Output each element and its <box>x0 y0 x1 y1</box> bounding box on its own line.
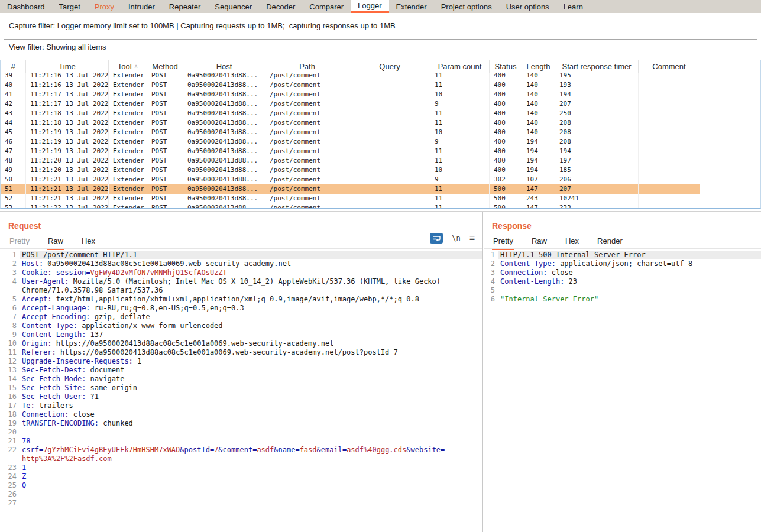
cell-timer: 194 <box>555 90 639 99</box>
request-line-body: Te: trailers <box>20 401 482 410</box>
menu-tab-decoder[interactable]: Decoder <box>259 0 302 13</box>
request-token: https://0a9500020413d88ac08c5c1e001a0069… <box>52 339 334 348</box>
logger-entries-table[interactable]: #TimeTool∧MethodHostPathQueryParam count… <box>0 60 761 209</box>
request-line-text: Te: trailers <box>22 401 446 410</box>
cell-host: 0a9500020413d88... <box>183 128 265 137</box>
column-header-method[interactable]: Method <box>147 60 183 73</box>
cell-length: 140 <box>522 99 555 109</box>
response-editor[interactable]: 1HTTP/1.1 500 Internal Server Error2Cont… <box>484 248 761 532</box>
request-line-number: 26 <box>0 490 20 499</box>
request-line-text <box>22 428 446 437</box>
cell-filler <box>700 194 760 203</box>
table-row-49[interactable]: 4911:21:20 13 Jul 2022ExtenderPOST0a9500… <box>1 166 760 175</box>
cell-query <box>349 175 430 184</box>
table-row-53[interactable]: 5311:21:22 13 Jul 2022ExtenderPOST0a9500… <box>1 203 760 209</box>
request-line-body: Sec-Fetch-Dest: document <box>20 366 482 375</box>
column-header-label: Time <box>59 62 75 71</box>
capture-filter-bar[interactable]: Capture filter: Logger memory limit set … <box>4 18 757 33</box>
column-header-length[interactable]: Length <box>522 60 555 73</box>
request-line-body: POST /post/comment HTTP/1.1 <box>20 251 482 259</box>
request-line-body: Sec-Fetch-User: ?1 <box>20 392 482 401</box>
cell-method: POST <box>147 194 183 203</box>
cell-comment <box>639 128 700 137</box>
menu-tab-proxy[interactable]: Proxy <box>88 0 121 13</box>
request-line-number: 16 <box>0 392 20 401</box>
cell-tool: Extender <box>109 109 147 118</box>
cell-query <box>349 99 430 109</box>
request-token: 137 <box>86 330 103 339</box>
table-row-48[interactable]: 4811:21:20 13 Jul 2022ExtenderPOST0a9500… <box>1 156 760 166</box>
column-header-time[interactable]: Time <box>26 60 109 73</box>
table-row-39[interactable]: 3911:21:16 13 Jul 2022ExtenderPOST0a9500… <box>1 73 760 80</box>
menu-tab-user-options[interactable]: User options <box>499 0 556 13</box>
table-row-45[interactable]: 4511:21:19 13 Jul 2022ExtenderPOST0a9500… <box>1 128 760 137</box>
cell-timer: 10241 <box>555 194 639 203</box>
menu-tab-extender[interactable]: Extender <box>389 0 434 13</box>
cell-filler <box>700 147 760 156</box>
cell-length: 194 <box>522 147 555 156</box>
column-header-status[interactable]: Status <box>490 60 522 73</box>
table-row-50[interactable]: 5011:21:21 13 Jul 2022ExtenderPOST0a9500… <box>1 175 760 184</box>
table-row-44[interactable]: 4411:21:18 13 Jul 2022ExtenderPOST0a9500… <box>1 118 760 128</box>
cell-status: 500 <box>490 203 522 209</box>
request-token: ru-RU,ru;q=0.8,en-US;q=0.5,en;q=0.3 <box>90 304 244 312</box>
column-header-param-count[interactable]: Param count <box>430 60 490 73</box>
request-line: 2Host: 0a9500020413d88ac08c5c1e001a0069.… <box>0 259 482 268</box>
request-token: Upgrade-Insecure-Requests: <box>22 357 133 365</box>
request-line-text <box>22 499 446 508</box>
cell-query <box>349 90 430 99</box>
menu-tab-intruder[interactable]: Intruder <box>121 0 162 13</box>
request-line-number: 19 <box>0 419 20 428</box>
request-editor[interactable]: 1POST /post/comment HTTP/1.12Host: 0a950… <box>0 248 482 532</box>
cell-id: 45 <box>1 128 26 137</box>
cell-id: 51 <box>1 184 26 194</box>
table-row-51[interactable]: 5111:21:21 13 Jul 2022ExtenderPOST0a9500… <box>1 184 760 194</box>
menu-tab-target[interactable]: Target <box>52 0 88 13</box>
menu-tab-learn[interactable]: Learn <box>556 0 590 13</box>
cell-method: POST <box>147 118 183 128</box>
request-token: close <box>69 410 94 419</box>
view-filter-bar[interactable]: View filter: Showing all items <box>4 39 757 54</box>
cell-tool: Extender <box>109 194 147 203</box>
column-header-query[interactable]: Query <box>349 60 430 73</box>
menu-tab-logger[interactable]: Logger <box>351 0 388 13</box>
cell-tool: Extender <box>109 203 147 209</box>
table-row-46[interactable]: 4611:21:19 13 Jul 2022ExtenderPOST0a9500… <box>1 137 760 147</box>
request-line-number: 22 <box>0 446 20 463</box>
response-editor-lines: 1HTTP/1.1 500 Internal Server Error2Cont… <box>484 249 761 304</box>
response-line-number: 1 <box>484 251 498 259</box>
column-header-path[interactable]: Path <box>265 60 349 73</box>
newline-toggle-icon[interactable]: \n <box>452 234 460 242</box>
table-row-52[interactable]: 5211:21:21 13 Jul 2022ExtenderPOST0a9500… <box>1 194 760 203</box>
table-row-47[interactable]: 4711:21:19 13 Jul 2022ExtenderPOST0a9500… <box>1 147 760 156</box>
cell-id: 42 <box>1 99 26 109</box>
editor-menu-icon[interactable]: ≡ <box>469 233 475 243</box>
word-wrap-toggle-icon[interactable] <box>430 233 443 244</box>
cell-length: 194 <box>522 166 555 175</box>
column-header-start-response-timer[interactable]: Start response timer <box>555 60 639 73</box>
table-row-42[interactable]: 4211:21:17 13 Jul 2022ExtenderPOST0a9500… <box>1 99 760 109</box>
table-row-40[interactable]: 4011:21:16 13 Jul 2022ExtenderPOST0a9500… <box>1 80 760 90</box>
cell-timer: 193 <box>555 80 639 90</box>
request-line-number: 1 <box>0 251 20 259</box>
menu-tab-repeater[interactable]: Repeater <box>162 0 208 13</box>
menu-tab-comparer[interactable]: Comparer <box>302 0 351 13</box>
table-row-41[interactable]: 4111:21:17 13 Jul 2022ExtenderPOST0a9500… <box>1 90 760 99</box>
cell-time: 11:21:19 13 Jul 2022 <box>26 147 109 156</box>
menu-tab-dashboard[interactable]: Dashboard <box>0 0 52 13</box>
column-header-[interactable]: # <box>1 60 26 73</box>
table-row-43[interactable]: 4311:21:18 13 Jul 2022ExtenderPOST0a9500… <box>1 109 760 118</box>
menu-tab-sequencer[interactable]: Sequencer <box>208 0 259 13</box>
cell-timer: 197 <box>555 156 639 166</box>
request-line-number: 11 <box>0 348 20 357</box>
menu-tab-project-options[interactable]: Project options <box>434 0 499 13</box>
column-header-comment[interactable]: Comment <box>639 60 700 73</box>
cell-host: 0a9500020413d88... <box>183 147 265 156</box>
cell-filler <box>700 203 760 209</box>
request-line: 22csrf=7gYzhMCiFvi4gBEyUEEk7HmHSHM7xWAO&… <box>0 446 482 463</box>
table-body[interactable]: 3911:21:16 13 Jul 2022ExtenderPOST0a9500… <box>1 73 760 209</box>
column-header-tool[interactable]: Tool∧ <box>109 60 147 73</box>
request-line: 10Origin: https://0a9500020413d88ac08c5c… <box>0 339 482 348</box>
request-line-body: Referer: https://0a9500020413d88ac08c5c1… <box>20 348 482 357</box>
column-header-host[interactable]: Host <box>183 60 265 73</box>
